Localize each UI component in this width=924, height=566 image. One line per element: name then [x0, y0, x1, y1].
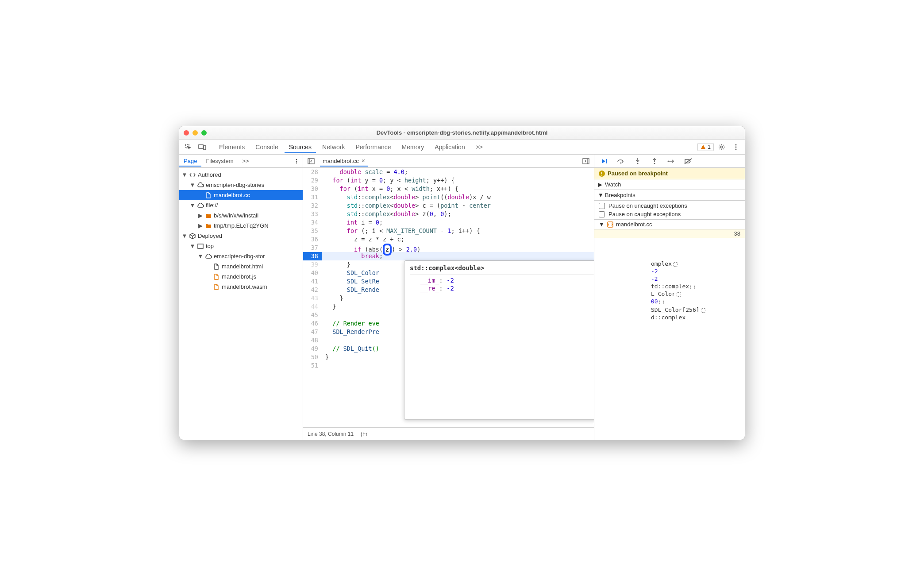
- scope-var: L_Color: [647, 290, 745, 298]
- tree-item-label: b/s/w/ir/x/w/install: [214, 212, 258, 219]
- folder-icon: [205, 212, 212, 219]
- navtab-page[interactable]: Page: [179, 155, 201, 167]
- value-tooltip: std::complex<double> __im_: -2 __re_: -2: [404, 260, 594, 420]
- code-line[interactable]: for (; i < MAX_ITER_COUNT - 1; i++) {: [322, 227, 594, 235]
- tree-item[interactable]: mandelbrot.html: [179, 261, 303, 271]
- warnings-badge[interactable]: 1: [697, 143, 714, 151]
- tree-item[interactable]: ▶tmp/tmp.ELcTq2YGN: [179, 221, 303, 231]
- titlebar: DevTools - emscripten-dbg-stories.netlif…: [179, 126, 745, 140]
- frame-icon: [197, 243, 204, 250]
- close-tab-icon[interactable]: ×: [362, 157, 365, 164]
- tree-item[interactable]: ▶b/s/w/ir/x/w/install: [179, 210, 303, 221]
- code-line[interactable]: std::complex<double> c = (point - center: [322, 202, 594, 210]
- pause-uncaught-row[interactable]: Pause on uncaught exceptions: [594, 202, 745, 210]
- inspect-icon[interactable]: [182, 141, 194, 153]
- window-controls[interactable]: [184, 130, 207, 136]
- scope-var: -2: [647, 275, 745, 283]
- svg-rect-10: [198, 244, 203, 248]
- tab-elements[interactable]: Elements: [215, 141, 249, 153]
- scope-var: d::complex: [647, 314, 745, 321]
- code-line[interactable]: break;: [322, 252, 594, 260]
- gear-icon[interactable]: [716, 141, 728, 153]
- toggle-navigator-icon[interactable]: [305, 155, 317, 167]
- breakpoint-file[interactable]: ▼ mandelbrot.cc: [594, 220, 745, 229]
- breakpoint-line[interactable]: 38: [594, 229, 745, 238]
- tree-item[interactable]: ▼Deployed: [179, 231, 303, 241]
- tree-item-label: Deployed: [198, 233, 222, 239]
- breakpoints-body: Pause on uncaught exceptions Pause on ca…: [594, 201, 745, 220]
- tree-item[interactable]: ▼emscripten-dbg-stor: [179, 251, 303, 261]
- tree-item[interactable]: ▼emscripten-dbg-stories: [179, 180, 303, 190]
- close-window-icon[interactable]: [184, 130, 189, 136]
- breakpoints-section[interactable]: ▼Breakpoints: [594, 190, 745, 201]
- breakpoint-file-label: mandelbrot.cc: [616, 221, 652, 228]
- editor-tab-label: mandelbrot.cc: [323, 158, 359, 164]
- kebab-icon[interactable]: [730, 141, 742, 153]
- breakpoint-line-number: 38: [734, 230, 740, 237]
- device-toolbar-icon[interactable]: [196, 141, 208, 153]
- tabs-overflow[interactable]: >>: [471, 141, 487, 153]
- tab-performance[interactable]: Performance: [351, 141, 395, 153]
- navigator-kebab-icon[interactable]: [290, 155, 303, 167]
- step-icon[interactable]: [665, 155, 678, 167]
- navtab-overflow[interactable]: >>: [238, 155, 254, 167]
- tree-item-label: emscripten-dbg-stor: [214, 253, 265, 260]
- svg-point-5: [735, 146, 737, 147]
- tab-memory[interactable]: Memory: [397, 141, 429, 153]
- tab-application[interactable]: Application: [430, 141, 470, 153]
- cursor-position: Line 38, Column 11: [308, 431, 354, 437]
- watch-section[interactable]: ▶Watch: [594, 179, 745, 190]
- code-line[interactable]: z = z * z + c;: [322, 235, 594, 244]
- tree-item-label: tmp/tmp.ELcTq2YGN: [214, 222, 269, 229]
- zoom-window-icon[interactable]: [201, 130, 207, 136]
- code-line[interactable]: int i = 0;: [322, 218, 594, 227]
- tree-item[interactable]: mandelbrot.js: [179, 271, 303, 282]
- tree-item[interactable]: mandelbrot.wasm: [179, 282, 303, 292]
- code-icon: [189, 171, 196, 178]
- svg-point-6: [735, 148, 737, 150]
- cloud-icon: [205, 253, 212, 260]
- pause-caught-row[interactable]: Pause on caught exceptions: [594, 210, 745, 218]
- scope-var: SDL_Color[256]: [647, 306, 745, 314]
- editor-panel: mandelbrot.cc × 282930313233343536373839…: [303, 155, 594, 440]
- tree-item[interactable]: ▼Authored: [179, 170, 303, 180]
- navigator-tabs: Page Filesystem >>: [179, 155, 303, 168]
- paused-banner: Paused on breakpoint: [594, 168, 745, 179]
- filejs-icon: [213, 273, 220, 280]
- deactivate-breakpoints-icon[interactable]: [682, 155, 694, 167]
- code-line[interactable]: double scale = 4.0;: [322, 168, 594, 176]
- code-editor[interactable]: 2829303132333435363738394041424344454647…: [303, 168, 594, 427]
- file-tree: ▼Authored▼emscripten-dbg-storiesmandelbr…: [179, 168, 303, 440]
- scope-var: td::complex: [647, 283, 745, 290]
- svg-rect-20: [601, 174, 602, 175]
- watch-label: Watch: [605, 181, 621, 188]
- step-over-icon[interactable]: [615, 155, 627, 167]
- tab-console[interactable]: Console: [251, 141, 282, 153]
- cloud-icon: [197, 202, 204, 209]
- svg-rect-11: [308, 159, 314, 164]
- code-line[interactable]: std::complex<double> z(0, 0);: [322, 210, 594, 218]
- minimize-window-icon[interactable]: [192, 130, 198, 136]
- tree-item[interactable]: mandelbrot.cc: [179, 190, 303, 200]
- step-out-icon[interactable]: [648, 155, 661, 167]
- status-extra: (Fr: [361, 431, 367, 437]
- svg-point-9: [296, 162, 297, 163]
- editor-tab-active[interactable]: mandelbrot.cc ×: [320, 155, 368, 167]
- tree-item-label: Authored: [198, 171, 221, 178]
- tab-network[interactable]: Network: [318, 141, 349, 153]
- svg-rect-2: [204, 146, 206, 150]
- code-line[interactable]: for (int x = 0; x < width; x++) {: [322, 185, 594, 193]
- pause-uncaught-checkbox[interactable]: [599, 203, 605, 209]
- tree-item[interactable]: ▼file://: [179, 200, 303, 210]
- code-line[interactable]: if (abs(z) > 2.0): [322, 244, 594, 252]
- tree-item[interactable]: ▼top: [179, 241, 303, 251]
- cloud-icon: [197, 182, 204, 189]
- navtab-filesystem[interactable]: Filesystem: [201, 155, 238, 167]
- pause-caught-checkbox[interactable]: [599, 211, 605, 217]
- toggle-debugger-icon[interactable]: [580, 155, 592, 167]
- code-line[interactable]: for (int y = 0; y < height; y++) {: [322, 176, 594, 185]
- resume-icon[interactable]: [598, 155, 610, 167]
- code-line[interactable]: std::complex<double> point((double)x / w: [322, 193, 594, 202]
- step-into-icon[interactable]: [631, 155, 644, 167]
- tab-sources[interactable]: Sources: [285, 141, 316, 153]
